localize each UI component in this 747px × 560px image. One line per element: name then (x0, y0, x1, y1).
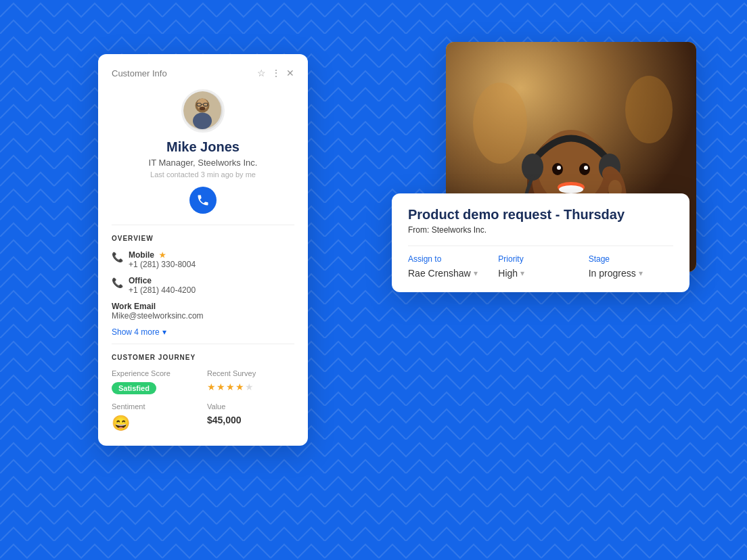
show-more-button[interactable]: Show 4 more ▾ (112, 327, 294, 337)
svg-point-8 (193, 113, 212, 130)
mobile-star: ★ (159, 251, 166, 259)
office-phone-icon: 📞 (112, 277, 123, 288)
value-item: Value $45,000 (207, 402, 294, 432)
contact-name: Mike Jones (166, 139, 240, 155)
demo-request-card: Product demo request - Thursday From: St… (392, 193, 689, 292)
assign-value-row: Rae Crenshaw ▾ (408, 268, 493, 279)
card-header: Customer Info ☆ ⋮ ✕ (112, 68, 294, 78)
experience-label: Experience Score (112, 369, 199, 377)
sentiment-label: Sentiment (112, 402, 199, 411)
value-amount: $45,000 (207, 415, 294, 425)
assign-dropdown-icon[interactable]: ▾ (474, 269, 478, 278)
email-label: Work Email (112, 302, 204, 311)
close-icon[interactable]: ✕ (286, 68, 294, 78)
phone-icon (196, 193, 210, 207)
avatar (181, 89, 225, 133)
email-item: Work Email Mike@steelworksinc.com (112, 302, 294, 321)
mobile-item: 📞 Mobile ★ +1 (281) 330-8004 (112, 250, 294, 269)
overview-title: OVERVIEW (112, 235, 294, 242)
customer-info-card: Customer Info ☆ ⋮ ✕ Mi (98, 54, 308, 446)
demo-from: From: Steelworks Inc. (408, 225, 673, 235)
experience-badge: Satisfied (112, 382, 156, 394)
recent-survey-item: Recent Survey ★★★★★ (207, 369, 294, 394)
svg-point-23 (584, 166, 588, 170)
assign-field: Assign to Rae Crenshaw ▾ (408, 254, 493, 279)
contact-job-title: IT Manager, Steelworks Inc. (149, 158, 258, 168)
stage-label: Stage (589, 254, 673, 264)
demo-from-value: Steelworks Inc. (432, 225, 486, 235)
stage-dropdown-icon[interactable]: ▾ (639, 269, 643, 278)
mobile-phone-icon: 📞 (112, 252, 123, 262)
star-icon[interactable]: ☆ (257, 68, 266, 78)
office-item: 📞 Office +1 (281) 440-4200 (112, 276, 294, 295)
overview-section: OVERVIEW 📞 Mobile ★ +1 (281) 330-8004 📞 … (112, 225, 294, 344)
more-icon[interactable]: ⋮ (271, 68, 281, 78)
priority-value-row: High ▾ (498, 268, 583, 279)
priority-label: Priority (498, 254, 583, 264)
survey-stars: ★★★★★ (207, 381, 294, 392)
office-number: +1 (281) 440-4200 (129, 285, 196, 295)
svg-point-12 (625, 76, 673, 143)
card-divider (408, 246, 673, 246)
experience-score-item: Experience Score Satisfied (112, 369, 199, 394)
value-label: Value (207, 402, 294, 411)
last-contact-info: Last contacted 3 min ago by me (150, 170, 256, 179)
journey-grid: Experience Score Satisfied Recent Survey… (112, 369, 294, 432)
journey-title: CUSTOMER JOURNEY (112, 354, 294, 361)
priority-dropdown-icon[interactable]: ▾ (520, 269, 524, 278)
sentiment-item: Sentiment 😄 (112, 402, 199, 432)
card-actions: ☆ ⋮ ✕ (257, 68, 294, 78)
mobile-number: +1 (281) 330-8004 (129, 260, 196, 269)
stage-field: Stage In progress ▾ (589, 254, 673, 279)
chevron-down-icon: ▾ (162, 327, 166, 337)
svg-point-19 (559, 185, 583, 193)
mobile-info: Mobile ★ +1 (281) 330-8004 (129, 250, 196, 269)
right-panel: Product demo request - Thursday From: St… (446, 42, 696, 272)
sentiment-emoji: 😄 (112, 415, 130, 431)
email-value: Mike@steelworksinc.com (112, 311, 204, 321)
avatar-image (183, 91, 221, 129)
card-title: Customer Info (112, 68, 167, 78)
mobile-label: Mobile ★ (129, 250, 196, 260)
demo-fields: Assign to Rae Crenshaw ▾ Priority High ▾… (408, 254, 673, 279)
call-button[interactable] (189, 187, 217, 214)
stage-value-row: In progress ▾ (589, 268, 673, 279)
customer-journey-section: CUSTOMER JOURNEY Experience Score Satisf… (112, 344, 294, 432)
office-label: Office (129, 276, 196, 285)
survey-label: Recent Survey (207, 369, 294, 377)
profile-section: Mike Jones IT Manager, Steelworks Inc. L… (112, 89, 294, 225)
assign-label: Assign to (408, 254, 493, 264)
demo-card-title: Product demo request - Thursday (408, 207, 673, 223)
svg-point-7 (200, 107, 206, 110)
stage-value: In progress (589, 268, 636, 279)
svg-point-11 (473, 83, 527, 164)
priority-field: Priority High ▾ (498, 254, 583, 279)
email-info: Work Email Mike@steelworksinc.com (112, 302, 204, 321)
priority-value: High (498, 268, 518, 279)
assign-value: Rae Crenshaw (408, 268, 471, 279)
office-info: Office +1 (281) 440-4200 (129, 276, 196, 295)
svg-point-22 (557, 166, 561, 170)
